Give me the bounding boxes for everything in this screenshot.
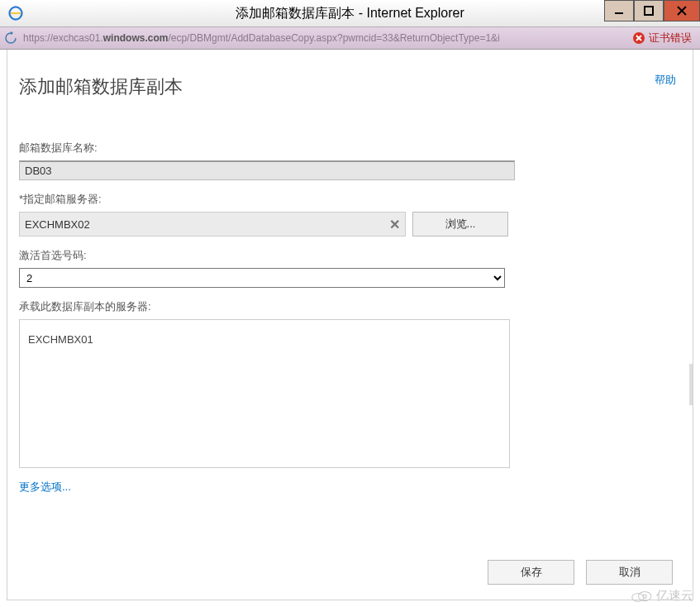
more-options-link[interactable]: 更多选项... bbox=[19, 480, 71, 493]
server-input[interactable]: EXCHMBX02 ✕ bbox=[19, 212, 406, 237]
address-bar: https://exchcas01.windows.com/ecp/DBMgmt… bbox=[0, 27, 700, 50]
help-link[interactable]: 帮助 bbox=[655, 73, 676, 88]
shield-error-icon bbox=[632, 31, 645, 45]
cancel-button[interactable]: 取消 bbox=[586, 560, 673, 585]
server-label: *指定邮箱服务器: bbox=[19, 192, 681, 207]
ie-logo-icon bbox=[8, 6, 23, 21]
window-titlebar: 添加邮箱数据库副本 - Internet Explorer bbox=[0, 0, 700, 27]
clear-server-icon[interactable]: ✕ bbox=[389, 217, 400, 232]
list-item[interactable]: EXCHMBX01 bbox=[28, 333, 501, 346]
close-button[interactable] bbox=[664, 0, 700, 22]
dialog-footer: 保存 取消 bbox=[488, 560, 673, 585]
activation-select[interactable]: 2 bbox=[19, 268, 505, 288]
save-button[interactable]: 保存 bbox=[488, 560, 574, 585]
minimize-button[interactable] bbox=[604, 0, 634, 22]
certificate-error-badge[interactable]: 证书错误 bbox=[627, 31, 697, 45]
db-name-input: DB03 bbox=[19, 160, 515, 180]
activation-label: 激活首选号码: bbox=[19, 248, 681, 263]
refresh-icon[interactable] bbox=[3, 31, 18, 45]
maximize-button[interactable] bbox=[634, 0, 664, 22]
url-text[interactable]: https://exchcas01.windows.com/ecp/DBMgmt… bbox=[23, 32, 627, 44]
content-frame: 帮助 添加邮箱数据库副本 邮箱数据库名称: DB03 *指定邮箱服务器: EXC… bbox=[7, 50, 693, 600]
db-name-label: 邮箱数据库名称: bbox=[19, 141, 681, 155]
scrollbar-hint bbox=[689, 364, 693, 405]
page-title: 添加邮箱数据库副本 bbox=[19, 74, 681, 99]
hosting-servers-list[interactable]: EXCHMBX01 bbox=[19, 319, 510, 468]
svg-rect-2 bbox=[645, 7, 653, 15]
window-buttons bbox=[604, 0, 700, 22]
hosting-label: 承载此数据库副本的服务器: bbox=[19, 299, 681, 314]
browse-button[interactable]: 浏览... bbox=[412, 212, 508, 237]
svg-rect-1 bbox=[615, 12, 623, 14]
window-title: 添加邮箱数据库副本 - Internet Explorer bbox=[236, 5, 464, 22]
